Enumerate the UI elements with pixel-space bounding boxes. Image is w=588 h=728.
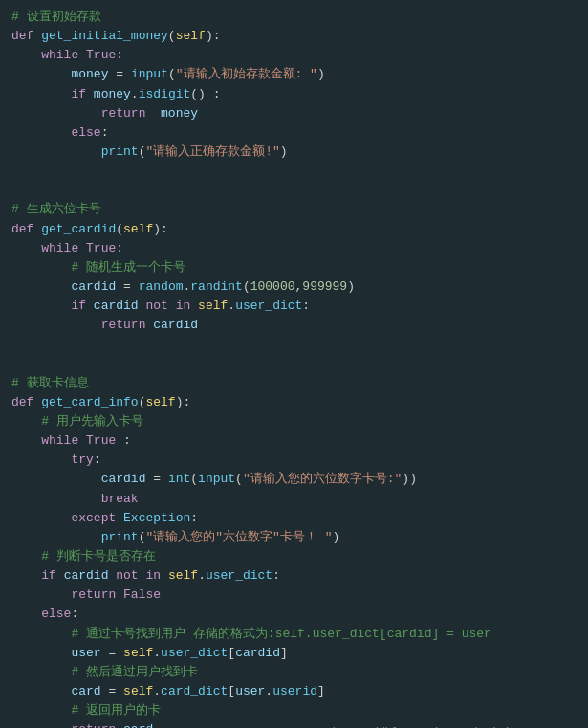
line-24: try: bbox=[0, 451, 588, 470]
line-7: else: bbox=[0, 123, 588, 143]
line-18 bbox=[0, 335, 588, 354]
line-2: def get_initial_money(self): bbox=[0, 27, 588, 46]
line-21: def get_card_info(self): bbox=[0, 393, 588, 412]
line-19 bbox=[0, 355, 588, 374]
line-17: return cardid bbox=[0, 316, 588, 335]
line-13: while True: bbox=[0, 239, 588, 258]
line-4: money = input("请输入初始存款金额: ") bbox=[0, 65, 588, 84]
line-31: return False bbox=[0, 585, 588, 605]
url-watermark: https://blog.csdn.net/weixin_43868766 bbox=[333, 723, 577, 728]
line-5: if money.isdigit() : bbox=[0, 85, 588, 104]
line-16: if cardid not in self.user_dict: bbox=[0, 297, 588, 316]
line-26: break bbox=[0, 490, 588, 509]
line-23: while True : bbox=[0, 431, 588, 451]
line-27: except Exception: bbox=[0, 509, 588, 528]
line-29: # 判断卡号是否存在 bbox=[0, 547, 588, 566]
line-33: # 通过卡号找到用户 存储的格式为:self.user_dict[cardid]… bbox=[0, 625, 588, 644]
line-22: # 用户先输入卡号 bbox=[0, 412, 588, 431]
line-37: # 返回用户的卡 bbox=[0, 701, 588, 720]
line-10 bbox=[0, 181, 588, 200]
line-15: cardid = random.randint(100000,999999) bbox=[0, 277, 588, 297]
line-32: else: bbox=[0, 605, 588, 624]
code-block: # 设置初始存款 def get_initial_money(self): wh… bbox=[0, 0, 588, 728]
line-8: print("请输入正确存款金额!") bbox=[0, 143, 588, 162]
line-14: # 随机生成一个卡号 bbox=[0, 258, 588, 277]
line-9 bbox=[0, 162, 588, 181]
line-28: print("请输入您的"六位数字"卡号！ ") bbox=[0, 528, 588, 547]
line-6: return money bbox=[0, 104, 588, 123]
line-38: return cardhttps://blog.csdn.net/weixin_… bbox=[0, 720, 588, 728]
line-25: cardid = int(input("请输入您的六位数字卡号:")) bbox=[0, 470, 588, 489]
line-35: # 然后通过用户找到卡 bbox=[0, 663, 588, 682]
line-34: user = self.user_dict[cardid] bbox=[0, 644, 588, 663]
line-12: def get_cardid(self): bbox=[0, 220, 588, 239]
line-3: while True: bbox=[0, 46, 588, 65]
line-1: # 设置初始存款 bbox=[0, 8, 588, 27]
line-36: card = self.card_dict[user.userid] bbox=[0, 682, 588, 701]
line-11: # 生成六位卡号 bbox=[0, 200, 588, 219]
line-20: # 获取卡信息 bbox=[0, 374, 588, 393]
line-30: if cardid not in self.user_dict: bbox=[0, 566, 588, 585]
